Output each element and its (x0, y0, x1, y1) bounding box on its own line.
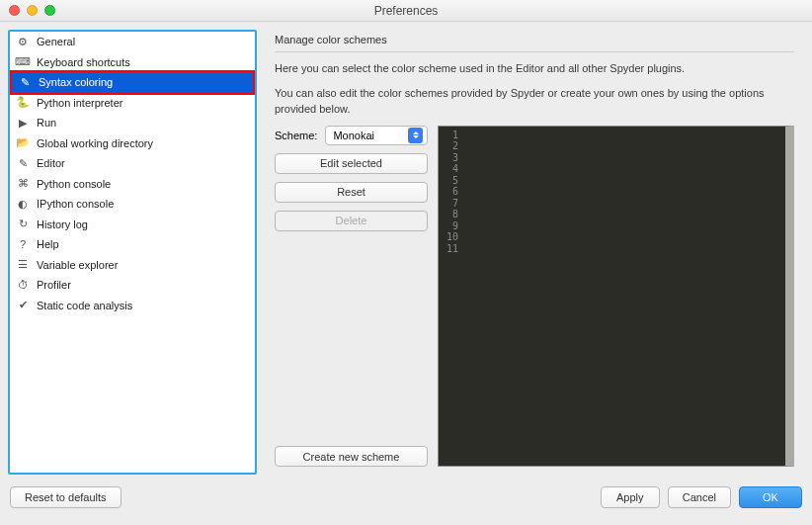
sidebar-item-general[interactable]: ⚙General (10, 32, 255, 52)
description-1: Here you can select the color scheme use… (275, 60, 794, 77)
sidebar-item-label: Editor (37, 157, 65, 169)
sidebar-item-editor[interactable]: ✎Editor (10, 153, 255, 174)
sidebar-item-label: Static code analysis (37, 300, 132, 311)
sidebar-item-ipython-console[interactable]: ◐IPython console (10, 194, 255, 215)
line-number: 4 (445, 163, 458, 175)
gear-icon: ⚙ (16, 35, 30, 48)
sidebar-item-label: Python console (37, 178, 111, 190)
delete-button: Delete (275, 211, 428, 231)
profiler-icon: ⏱ (16, 278, 30, 292)
divider (275, 51, 794, 52)
ok-button[interactable]: OK (739, 486, 802, 508)
pencil-icon: ✎ (16, 156, 30, 170)
sidebar-item-variable-explorer[interactable]: ☰Variable explorer (10, 255, 255, 276)
sidebar-item-label: Python interpreter (37, 97, 122, 109)
python-icon: 🐍 (16, 96, 30, 110)
lint-icon: ✔ (16, 299, 30, 312)
sidebar-item-label: IPython console (37, 198, 114, 210)
history-icon: ↻ (16, 218, 30, 231)
content-pane: Manage color schemes Here you can select… (265, 30, 804, 475)
scheme-select[interactable]: Monokai (325, 126, 428, 145)
preferences-sidebar: ⚙General⌨Keyboard shortcuts✎Syntax color… (8, 30, 257, 475)
keyboard-icon: ⌨ (16, 55, 30, 69)
line-number: 11 (445, 243, 458, 255)
play-icon: ▶ (16, 116, 30, 130)
create-new-scheme-button[interactable]: Create new scheme (275, 446, 428, 467)
scheme-row: Scheme: Monokai (275, 126, 428, 145)
line-number: 9 (445, 220, 458, 232)
apply-button[interactable]: Apply (601, 486, 660, 508)
edit-selected-button[interactable]: Edit selected (275, 153, 428, 174)
titlebar: Preferences (0, 0, 812, 22)
help-icon: ? (16, 237, 30, 251)
section-title: Manage color schemes (275, 34, 794, 45)
sidebar-item-label: Global working directory (37, 137, 153, 149)
window-title: Preferences (0, 4, 812, 18)
footer: Reset to defaults Apply Cancel OK (0, 477, 812, 518)
select-arrows-icon (408, 128, 423, 143)
scheme-controls: Scheme: Monokai Edit selected Reset Dele… (275, 126, 428, 468)
line-number: 1 (445, 130, 458, 141)
sidebar-item-label: Keyboard shortcuts (37, 56, 130, 68)
sidebar-item-help[interactable]: ?Help (10, 234, 255, 255)
console-icon: ⌘ (16, 177, 30, 191)
reset-button[interactable]: Reset (275, 182, 428, 203)
sidebar-item-label: Help (37, 238, 59, 250)
scheme-area: Scheme: Monokai Edit selected Reset Dele… (275, 126, 794, 468)
zoom-window-button[interactable] (44, 5, 55, 16)
brush-icon: ✎ (18, 75, 32, 89)
reset-to-defaults-button[interactable]: Reset to defaults (10, 486, 122, 508)
editor-preview: 1 2 3 4 5 6 7 8 9 10 11 (438, 126, 794, 468)
line-number: 8 (445, 209, 458, 220)
sidebar-item-label: General (37, 36, 75, 47)
sidebar-item-label: Run (37, 117, 56, 129)
folder-icon: 📂 (16, 136, 30, 150)
scheme-select-value: Monokai (333, 130, 374, 141)
line-number: 5 (445, 175, 458, 187)
sidebar-item-profiler[interactable]: ⏱Profiler (10, 275, 255, 296)
sidebar-item-global-working-directory[interactable]: 📂Global working directory (10, 133, 255, 154)
description-2: You can also edit the color schemes prov… (275, 85, 794, 118)
ipy-icon: ◐ (16, 197, 30, 211)
cancel-button[interactable]: Cancel (668, 486, 731, 508)
line-number: 2 (445, 140, 458, 152)
line-number: 7 (445, 198, 458, 210)
sidebar-item-python-console[interactable]: ⌘Python console (10, 174, 255, 195)
sidebar-item-python-interpreter[interactable]: 🐍Python interpreter (10, 93, 255, 114)
sidebar-item-label: Variable explorer (37, 259, 118, 271)
main-area: ⚙General⌨Keyboard shortcuts✎Syntax color… (0, 22, 812, 477)
line-number: 3 (445, 152, 458, 164)
sidebar-item-run[interactable]: ▶Run (10, 113, 255, 133)
sidebar-item-syntax-coloring[interactable]: ✎Syntax coloring (12, 72, 253, 93)
sidebar-item-label: Profiler (37, 279, 71, 291)
scheme-label: Scheme: (275, 130, 317, 141)
window-controls (9, 5, 55, 16)
sidebar-item-static-code-analysis[interactable]: ✔Static code analysis (10, 296, 255, 316)
line-number: 10 (445, 231, 458, 243)
sidebar-item-history-log[interactable]: ↻History log (10, 215, 255, 235)
close-window-button[interactable] (9, 5, 20, 16)
sidebar-item-label: Syntax coloring (39, 76, 113, 88)
sidebar-item-keyboard-shortcuts[interactable]: ⌨Keyboard shortcuts (10, 52, 255, 73)
vars-icon: ☰ (16, 258, 30, 272)
sidebar-item-label: History log (37, 219, 88, 230)
highlight-box: ✎Syntax coloring (10, 70, 255, 95)
line-number: 6 (445, 186, 458, 198)
minimize-window-button[interactable] (27, 5, 38, 16)
